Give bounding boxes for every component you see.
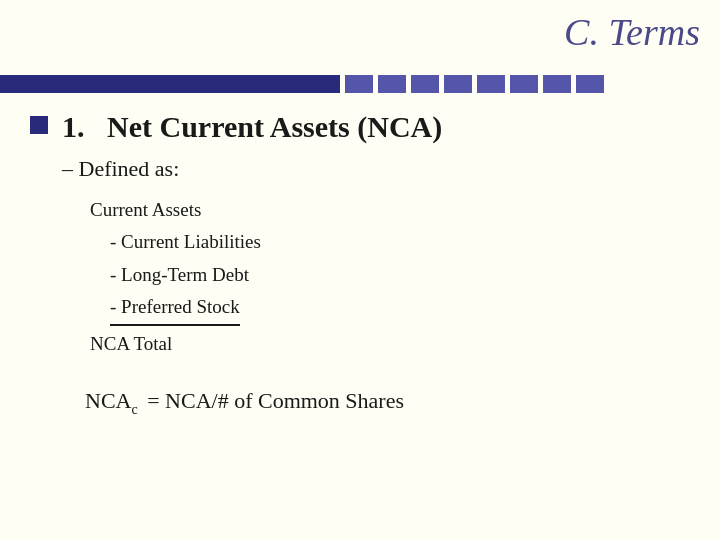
bar-segment-5 xyxy=(477,75,505,93)
nca-total-item: NCA Total xyxy=(90,328,700,360)
formula-right: = NCA/# of Common Shares xyxy=(147,388,404,414)
slide: C. Terms 1. Net Current Assets (NCA) xyxy=(0,0,720,540)
bar-segment-1 xyxy=(345,75,373,93)
slide-title: C. Terms xyxy=(564,11,700,53)
heading-text: 1. Net Current Assets (NCA) xyxy=(62,110,442,144)
formula-nca: NCAc xyxy=(85,388,142,417)
bar-segment-3 xyxy=(411,75,439,93)
preferred-stock-underlined: - Preferred Stock xyxy=(110,291,240,326)
bar-segment-4 xyxy=(444,75,472,93)
defined-as-line: – Defined as: xyxy=(62,156,700,182)
content-area: 1. Net Current Assets (NCA) – Defined as… xyxy=(30,110,700,418)
nca-formula: NCAc = NCA/# of Common Shares xyxy=(85,388,700,417)
bar-segments xyxy=(345,75,604,93)
minus-preferred-stock-item: - Preferred Stock xyxy=(110,291,700,326)
bar-segment-7 xyxy=(543,75,571,93)
heading-title: Net Current Assets (NCA) xyxy=(107,110,442,143)
bar-segment-2 xyxy=(378,75,406,93)
bullet-square xyxy=(30,116,48,134)
heading-number: 1. xyxy=(62,110,85,143)
minus-long-term-debt-item: - Long-Term Debt xyxy=(110,259,700,291)
title-area: C. Terms xyxy=(564,10,700,54)
defined-as-text: – Defined as: xyxy=(62,156,179,181)
bar-segment-6 xyxy=(510,75,538,93)
heading-label xyxy=(92,110,100,143)
content-list: Current Assets - Current Liabilities - L… xyxy=(90,194,700,360)
bar-solid xyxy=(0,75,340,93)
bar-segment-8 xyxy=(576,75,604,93)
current-assets-item: Current Assets xyxy=(90,194,700,226)
point-heading: 1. Net Current Assets (NCA) xyxy=(30,110,700,144)
formula-subscript: c xyxy=(131,402,137,417)
deco-bar xyxy=(0,75,720,93)
minus-current-liabilities-item: - Current Liabilities xyxy=(110,226,700,258)
